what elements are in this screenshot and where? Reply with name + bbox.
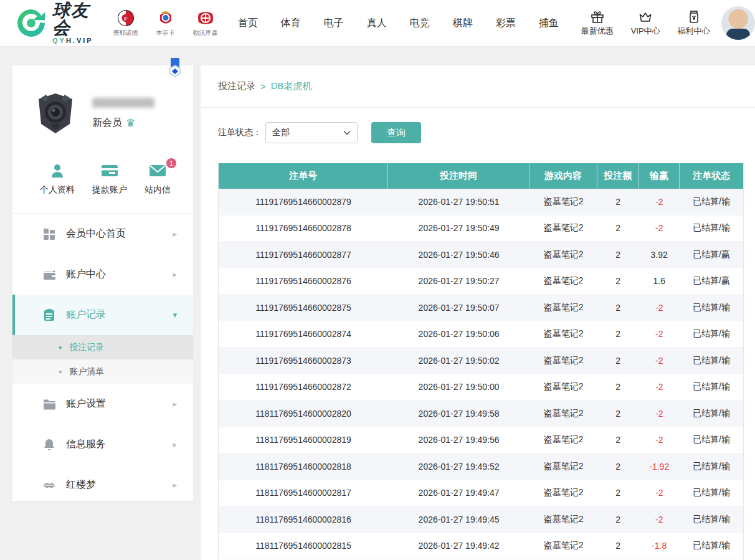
cell-game: 盗墓笔记2	[529, 401, 597, 427]
table-row: 11191769514660002878 2026-01-27 19:50:49…	[219, 216, 743, 242]
col-header-amount: 投注额	[597, 163, 639, 189]
cell-game: 盗墓笔记2	[529, 348, 597, 374]
welfare-center-link[interactable]: 福利中心	[678, 9, 710, 37]
cell-bet-id: 11191769514660002877	[219, 242, 388, 268]
shield-avatar[interactable]	[34, 92, 77, 135]
cell-bet-time: 2026-01-27 19:50:00	[388, 374, 529, 401]
breadcrumb-parent[interactable]: 投注记录	[218, 80, 255, 92]
cell-winloss: -2	[639, 506, 680, 533]
sidebar-subitem-bet-records[interactable]: • 投注记录	[12, 335, 193, 359]
cell-bet-id: 11811769514600002816	[219, 506, 388, 533]
table-row: 11191769514660002872 2026-01-27 19:50:00…	[219, 374, 743, 401]
nav-item[interactable]: 彩票	[496, 17, 516, 30]
chevron-down-icon: ▾	[173, 310, 177, 320]
cell-bet-time: 2026-01-27 19:49:52	[388, 453, 529, 480]
cell-bet-id: 11811769514600002818	[219, 453, 388, 480]
table-row: 11811769514600002817 2026-01-27 19:49:47…	[219, 480, 743, 507]
shortcut-withdraw-account[interactable]: 提款账户	[92, 163, 127, 196]
user-block[interactable]: ¥5.39	[721, 6, 755, 40]
sidebar-item-message-service[interactable]: 信息服务 ▸	[12, 424, 193, 465]
cell-bet-id: 11191769514660002879	[219, 189, 388, 216]
cell-bet-time: 2026-01-27 19:49:45	[388, 506, 529, 533]
cell-bet-time: 2026-01-27 19:50:49	[388, 216, 529, 242]
sidebar-item-account-center[interactable]: 账户中心 ▸	[12, 254, 193, 295]
cell-status: 已结算/输	[680, 321, 743, 348]
nav-item[interactable]: 电竞	[410, 17, 430, 30]
cell-bet-time: 2026-01-27 19:50:02	[388, 348, 529, 374]
vip-center-link[interactable]: VIP中心	[631, 9, 660, 37]
cell-game: 盗墓笔记2	[529, 506, 597, 533]
level-medal-icon	[166, 58, 184, 88]
feyenoord-crest-icon: F	[117, 9, 135, 27]
sponsor-leverkusen: 勒沃库森	[189, 9, 222, 37]
cell-game: 盗墓笔记2	[529, 480, 597, 506]
cell-bet-id: 11191769514660002872	[219, 374, 388, 401]
sponsor-feyenoord: F 费耶诺德	[110, 9, 142, 37]
cell-bet-id: 11811769514600002820	[219, 401, 388, 427]
cell-game: 盗墓笔记2	[529, 453, 597, 480]
logo-mark-icon	[15, 7, 47, 39]
nav-item[interactable]: 棋牌	[453, 17, 473, 30]
cell-game: 盗墓笔记2	[529, 216, 597, 242]
cell-bet-id: 11191769514660002873	[219, 348, 388, 374]
bet-status-select[interactable]: 全部	[265, 122, 358, 143]
cell-status: 已结算/输	[680, 453, 743, 480]
cell-amount: 2	[597, 242, 639, 268]
table-row: 11811769514600002820 2026-01-27 19:49:58…	[219, 401, 743, 427]
records-icon	[42, 309, 56, 321]
bank-card-icon	[101, 163, 118, 179]
cell-bet-time: 2026-01-27 19:50:06	[388, 321, 529, 348]
chevron-right-icon: ▸	[173, 440, 177, 449]
table-body: 11191769514660002879 2026-01-27 19:50:51…	[219, 189, 743, 559]
cell-status: 已结算/输	[680, 216, 743, 242]
sidebar-subitem-account-statement[interactable]: • 账户清单	[12, 359, 193, 384]
cell-amount: 2	[597, 321, 639, 348]
table-row: 11811769514600002819 2026-01-27 19:49:56…	[219, 427, 743, 454]
cell-status: 已结算/输	[680, 506, 743, 533]
grid-icon	[42, 228, 56, 240]
top-bar: 球友会 QYH.VIP F 费耶诺德 本菲卡	[0, 0, 755, 47]
cell-amount: 2	[597, 506, 639, 533]
bet-records-table: 注单号 投注时间 游戏内容 投注额 输赢 注单状态 11191769514660…	[218, 163, 744, 559]
cell-status: 已结算/输	[680, 427, 743, 453]
user-avatar[interactable]	[721, 6, 755, 40]
folder-icon	[42, 399, 56, 410]
cell-status: 已结算/输	[680, 374, 743, 401]
welfare-jar-icon	[686, 9, 701, 24]
nav-item[interactable]: 体育	[281, 17, 301, 30]
table-row: 11191769514660002875 2026-01-27 19:50:07…	[219, 295, 743, 321]
chevron-right-icon: ▸	[173, 229, 177, 239]
shortcut-inbox[interactable]: 1 站内信	[145, 163, 171, 196]
cell-amount: 2	[597, 268, 639, 295]
sidebar-item-hongloumeng[interactable]: 红楼梦 ▸	[12, 465, 193, 505]
table-row: 11811769514600002818 2026-01-27 19:49:52…	[219, 453, 743, 480]
svg-text:F: F	[124, 16, 128, 22]
cell-bet-id: 11191769514660002874	[219, 321, 388, 348]
cell-amount: 2	[597, 401, 639, 427]
username-redacted	[92, 98, 154, 108]
breadcrumb-separator: >	[260, 81, 266, 92]
cell-amount: 2	[597, 533, 639, 559]
shortcut-profile[interactable]: 个人资料	[40, 163, 75, 196]
cell-winloss: -2	[639, 480, 680, 506]
latest-promos-link[interactable]: 最新优惠	[581, 9, 614, 37]
nav-item[interactable]: 电子	[324, 17, 344, 30]
nav-item[interactable]: 捕鱼	[539, 17, 559, 30]
cell-status: 已结算/输	[680, 348, 743, 374]
query-button[interactable]: 查询	[371, 122, 421, 143]
table-row: 11191769514660002879 2026-01-27 19:50:51…	[219, 189, 743, 216]
cell-winloss: -2	[639, 295, 680, 321]
nav-item[interactable]: 首页	[238, 17, 258, 30]
cell-amount: 2	[597, 374, 639, 401]
cell-game: 盗墓笔记2	[529, 533, 597, 559]
cell-amount: 2	[597, 189, 639, 216]
sidebar-item-member-home[interactable]: 会员中心首页 ▸	[12, 214, 193, 254]
sidebar-item-account-settings[interactable]: 账户设置 ▸	[12, 384, 193, 424]
sponsor-benfica: 本菲卡	[150, 9, 182, 37]
table-row: 11811769514600002816 2026-01-27 19:49:45…	[219, 506, 743, 533]
cell-amount: 2	[597, 348, 639, 374]
site-logo[interactable]: 球友会 QYH.VIP	[15, 2, 93, 44]
nav-item[interactable]: 真人	[367, 17, 387, 30]
sidebar-item-account-records[interactable]: 账户记录 ▾	[12, 295, 193, 335]
cell-bet-time: 2026-01-27 19:49:56	[388, 427, 529, 453]
